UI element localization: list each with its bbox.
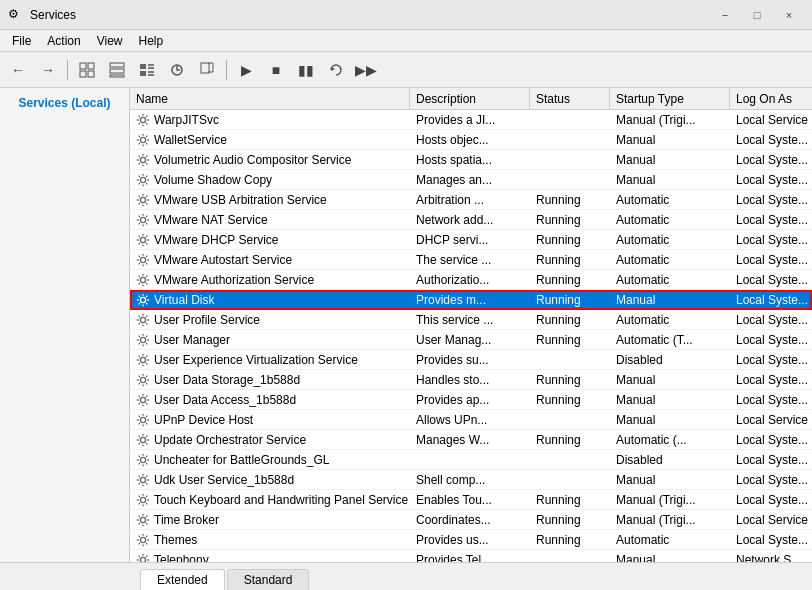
title-bar: ⚙ Services − □ × — [0, 0, 812, 30]
table-row[interactable]: User ManagerUser Manag...RunningAutomati… — [130, 330, 812, 350]
cell-name: User Experience Virtualization Service — [130, 350, 410, 369]
table-row[interactable]: Virtual DiskProvides m...RunningManualLo… — [130, 290, 812, 310]
cell-name: Time Broker — [130, 510, 410, 529]
col-header-name[interactable]: Name — [130, 88, 410, 109]
toolbar-restart-button[interactable] — [322, 56, 350, 84]
table-row[interactable]: VMware USB Arbitration ServiceArbitratio… — [130, 190, 812, 210]
cell-status: Running — [530, 370, 610, 389]
table-row[interactable]: ThemesProvides us...RunningAutomaticLoca… — [130, 530, 812, 550]
cell-status: Running — [530, 230, 610, 249]
table-row[interactable]: Update Orchestrator ServiceManages W...R… — [130, 430, 812, 450]
cell-logon: Local Syste... — [730, 250, 812, 269]
svg-rect-2 — [80, 71, 86, 77]
cell-startup: Manual (Trigi... — [610, 510, 730, 529]
table-row[interactable]: VMware Autostart ServiceThe service ...R… — [130, 250, 812, 270]
table-row[interactable]: WalletServiceHosts objec...ManualLocal S… — [130, 130, 812, 150]
toolbar-up-button[interactable] — [73, 56, 101, 84]
svg-point-19 — [140, 177, 145, 182]
cell-status: Running — [530, 390, 610, 409]
table-row[interactable]: User Data Storage_1b588dHandles sto...Ru… — [130, 370, 812, 390]
svg-rect-1 — [88, 63, 94, 69]
maximize-button[interactable]: □ — [742, 5, 772, 25]
left-panel: Services (Local) — [0, 88, 130, 562]
toolbar-view-button[interactable] — [103, 56, 131, 84]
table-row[interactable]: Volume Shadow CopyManages an...ManualLoc… — [130, 170, 812, 190]
table-row[interactable]: TelephonyProvides Tel...ManualNetwork S.… — [130, 550, 812, 562]
toolbar-start-button[interactable]: ▶ — [232, 56, 260, 84]
cell-logon: Network S... — [730, 550, 812, 562]
table-row[interactable]: Touch Keyboard and Handwriting Panel Ser… — [130, 490, 812, 510]
cell-startup: Manual — [610, 150, 730, 169]
cell-startup: Manual (Trigi... — [610, 110, 730, 129]
cell-status — [530, 170, 610, 189]
table-row[interactable]: User Experience Virtualization ServicePr… — [130, 350, 812, 370]
cell-name: User Data Storage_1b588d — [130, 370, 410, 389]
cell-logon: Local Syste... — [730, 150, 812, 169]
svg-point-25 — [140, 297, 145, 302]
menu-action[interactable]: Action — [39, 32, 88, 50]
toolbar-skip-button[interactable]: ▶▶ — [352, 56, 380, 84]
svg-point-17 — [140, 137, 145, 142]
tab-extended[interactable]: Extended — [140, 569, 225, 590]
svg-rect-6 — [110, 75, 124, 77]
cell-logon: Local Syste... — [730, 310, 812, 329]
cell-description: Network add... — [410, 210, 530, 229]
col-header-description[interactable]: Description — [410, 88, 530, 109]
toolbar-details-button[interactable] — [133, 56, 161, 84]
cell-description: Handles sto... — [410, 370, 530, 389]
toolbar-back-button[interactable]: ← — [4, 56, 32, 84]
svg-point-32 — [140, 437, 145, 442]
toolbar-separator-2 — [226, 60, 227, 80]
svg-rect-10 — [140, 71, 146, 76]
cell-status: Running — [530, 250, 610, 269]
svg-point-30 — [140, 397, 145, 402]
cell-description — [410, 450, 530, 469]
tab-standard[interactable]: Standard — [227, 569, 310, 590]
cell-startup: Automatic — [610, 310, 730, 329]
svg-rect-7 — [140, 64, 146, 69]
toolbar-export-button[interactable] — [193, 56, 221, 84]
toolbar-pause-button[interactable]: ▮▮ — [292, 56, 320, 84]
cell-description: Provides Tel... — [410, 550, 530, 562]
cell-startup: Automatic — [610, 270, 730, 289]
table-row[interactable]: VMware NAT ServiceNetwork add...RunningA… — [130, 210, 812, 230]
table-row[interactable]: Time BrokerCoordinates...RunningManual (… — [130, 510, 812, 530]
menu-file[interactable]: File — [4, 32, 39, 50]
svg-point-36 — [140, 517, 145, 522]
close-button[interactable]: × — [774, 5, 804, 25]
menu-view[interactable]: View — [89, 32, 131, 50]
toolbar-forward-button[interactable]: → — [34, 56, 62, 84]
toolbar-stop-button[interactable]: ■ — [262, 56, 290, 84]
table-row[interactable]: VMware DHCP ServiceDHCP servi...RunningA… — [130, 230, 812, 250]
col-header-logon[interactable]: Log On As — [730, 88, 812, 109]
table-row[interactable]: UPnP Device HostAllows UPn...ManualLocal… — [130, 410, 812, 430]
cell-status — [530, 450, 610, 469]
menu-help[interactable]: Help — [131, 32, 172, 50]
cell-logon: Local Syste... — [730, 130, 812, 149]
table-row[interactable]: User Profile ServiceThis service ...Runn… — [130, 310, 812, 330]
cell-description: Provides m... — [410, 290, 530, 309]
toolbar-refresh-button[interactable] — [163, 56, 191, 84]
svg-point-18 — [140, 157, 145, 162]
cell-status: Running — [530, 530, 610, 549]
table-row[interactable]: User Data Access_1b588dProvides ap...Run… — [130, 390, 812, 410]
table-row[interactable]: WarpJITSvcProvides a JI...Manual (Trigi.… — [130, 110, 812, 130]
svg-rect-3 — [88, 71, 94, 77]
cell-name: User Manager — [130, 330, 410, 349]
table-row[interactable]: VMware Authorization ServiceAuthorizatio… — [130, 270, 812, 290]
cell-logon: Local Syste... — [730, 190, 812, 209]
table-row[interactable]: Uncheater for BattleGrounds_GLDisabledLo… — [130, 450, 812, 470]
svg-point-16 — [140, 117, 145, 122]
table-body[interactable]: WarpJITSvcProvides a JI...Manual (Trigi.… — [130, 110, 812, 562]
table-row[interactable]: Volumetric Audio Compositor ServiceHosts… — [130, 150, 812, 170]
cell-startup: Manual — [610, 170, 730, 189]
cell-startup: Automatic (T... — [610, 330, 730, 349]
col-header-status[interactable]: Status — [530, 88, 610, 109]
cell-logon: Local Service — [730, 410, 812, 429]
col-header-startup[interactable]: Startup Type — [610, 88, 730, 109]
menu-bar: File Action View Help — [0, 30, 812, 52]
cell-description: Manages W... — [410, 430, 530, 449]
table-row[interactable]: Udk User Service_1b588dShell comp...Manu… — [130, 470, 812, 490]
minimize-button[interactable]: − — [710, 5, 740, 25]
cell-name: VMware Autostart Service — [130, 250, 410, 269]
